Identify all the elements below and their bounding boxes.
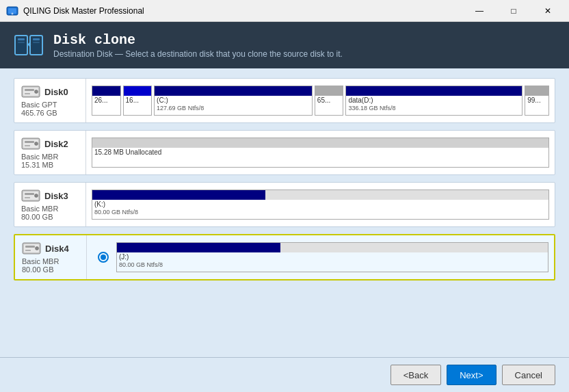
main-content: Disk0Basic GPT465.76 GB26...16...(C:)127… xyxy=(0,68,569,357)
partition-single: 15.28 MB Unallocated xyxy=(92,138,549,168)
page-subtitle: Destination Disk — Select a destination … xyxy=(53,49,343,59)
partition-bar xyxy=(315,86,343,96)
svg-rect-20 xyxy=(25,145,30,146)
header: Disk clone Destination Disk — Select a d… xyxy=(0,22,569,68)
partition-label: 26... xyxy=(92,96,109,105)
partition-3: 65... xyxy=(315,86,344,116)
partition-5: 99... xyxy=(525,86,549,116)
partition-label: 15.28 MB Unallocated xyxy=(92,148,548,157)
disk-card-disk4[interactable]: Disk4Basic MBR80.00 GB(J:)80.00 GB Ntfs/… xyxy=(14,234,555,280)
partition-bar xyxy=(155,86,312,96)
svg-rect-15 xyxy=(25,93,30,94)
svg-rect-6 xyxy=(18,42,25,43)
back-button[interactable]: <Back xyxy=(391,365,442,385)
partition-label: (J:) xyxy=(117,252,548,261)
svg-rect-25 xyxy=(25,197,30,198)
partition-4: data(D:)336.18 GB Ntfs/8 xyxy=(345,86,522,116)
disk-type: Basic MBR xyxy=(21,153,79,161)
disk-name: Disk0 xyxy=(44,87,68,97)
svg-rect-10 xyxy=(33,42,40,43)
window-controls: — □ ✕ xyxy=(464,0,564,22)
hdd-icon xyxy=(21,136,40,151)
disk-size: 465.76 GB xyxy=(21,109,79,117)
maximize-button[interactable]: □ xyxy=(498,0,529,22)
partition-sub: 80.00 GB Ntfs/8 xyxy=(117,261,548,268)
svg-rect-23 xyxy=(25,193,34,195)
disk-size: 80.00 GB xyxy=(22,265,79,274)
partition-sub: 127.69 GB Ntfs/8 xyxy=(155,105,206,112)
partition-label: 65... xyxy=(315,96,332,105)
svg-rect-28 xyxy=(25,246,35,248)
app-icon xyxy=(5,4,19,18)
partition-bar xyxy=(124,86,152,96)
disk-card-disk2[interactable]: Disk2Basic MBR15.31 MB15.28 MB Unallocat… xyxy=(14,130,555,175)
partition-bar xyxy=(346,86,522,96)
disk-size: 80.00 GB xyxy=(21,213,79,221)
close-button[interactable]: ✕ xyxy=(532,0,564,22)
svg-point-24 xyxy=(35,194,38,198)
disk-type: Basic GPT xyxy=(21,101,79,109)
partition-0: 26... xyxy=(92,86,121,116)
disk-card-disk3[interactable]: Disk3Basic MBR80.00 GB(K:)80.00 GB Ntfs/… xyxy=(14,182,555,227)
partition-sub: 80.00 GB Ntfs/8 xyxy=(92,209,548,215)
minimize-button[interactable]: — xyxy=(464,0,495,22)
disk-size: 15.31 MB xyxy=(21,161,79,169)
cancel-button[interactable]: Cancel xyxy=(502,365,555,385)
partition-2: (C:)127.69 GB Ntfs/8 xyxy=(154,86,313,116)
partitions-area: 15.28 MB Unallocated xyxy=(86,131,555,174)
hdd-icon xyxy=(21,188,40,203)
partition-label: data(D:) xyxy=(346,96,375,105)
partitions-area: (K:)80.00 GB Ntfs/8 xyxy=(86,183,555,226)
svg-rect-30 xyxy=(25,250,31,251)
partition-single: (K:)80.00 GB Ntfs/8 xyxy=(92,190,549,220)
footer: <Back Next> Cancel xyxy=(0,357,569,392)
partition-single: (J:)80.00 GB Ntfs/8 xyxy=(116,242,548,272)
partition-sub: 336.18 GB Ntfs/8 xyxy=(346,105,397,112)
svg-point-2 xyxy=(12,12,14,14)
partition-label: (C:) xyxy=(155,96,170,105)
disk-name: Disk3 xyxy=(44,191,68,201)
svg-rect-9 xyxy=(33,38,40,40)
partition-label: (K:) xyxy=(92,200,548,209)
partition-bar xyxy=(525,86,548,96)
svg-rect-18 xyxy=(25,141,34,143)
page-title: Disk clone xyxy=(53,32,343,48)
disk-type: Basic MBR xyxy=(21,205,79,213)
disk-name: Disk2 xyxy=(44,139,68,149)
partition-bar xyxy=(92,86,120,96)
disk-info-disk0: Disk0Basic GPT465.76 GB xyxy=(14,79,86,122)
selected-indicator xyxy=(92,252,114,263)
app-title: QILING Disk Master Professional xyxy=(23,6,464,16)
disk-type: Basic MBR xyxy=(22,257,79,265)
hdd-icon xyxy=(22,241,41,256)
partition-label: 99... xyxy=(525,96,542,105)
header-icon xyxy=(14,30,44,60)
svg-point-29 xyxy=(36,247,39,250)
titlebar: QILING Disk Master Professional — □ ✕ xyxy=(0,0,569,22)
svg-rect-5 xyxy=(18,38,25,40)
disk-info-disk2: Disk2Basic MBR15.31 MB xyxy=(14,131,86,174)
partition-label: 16... xyxy=(124,96,141,105)
radio-icon xyxy=(98,252,109,263)
header-text: Disk clone Destination Disk — Select a d… xyxy=(53,32,343,59)
disk-info-disk4: Disk4Basic MBR80.00 GB xyxy=(15,235,87,279)
disk-card-disk0[interactable]: Disk0Basic GPT465.76 GB26...16...(C:)127… xyxy=(14,78,555,123)
next-button[interactable]: Next> xyxy=(447,365,496,385)
hdd-icon xyxy=(21,84,40,99)
svg-point-19 xyxy=(35,142,38,146)
svg-rect-13 xyxy=(25,89,34,91)
partitions-area: 26...16...(C:)127.69 GB Ntfs/865...data(… xyxy=(86,79,555,122)
disk-info-disk3: Disk3Basic MBR80.00 GB xyxy=(14,183,86,226)
svg-point-14 xyxy=(35,90,38,94)
disk-name: Disk4 xyxy=(45,244,69,254)
partitions-area: (J:)80.00 GB Ntfs/8 xyxy=(87,235,554,279)
partition-1: 16... xyxy=(123,86,153,116)
